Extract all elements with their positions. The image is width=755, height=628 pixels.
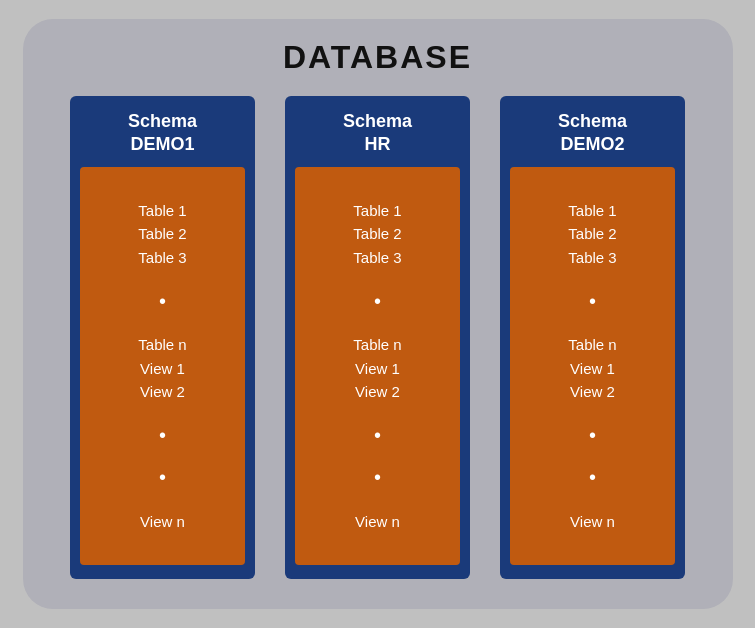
schema-hr-dot2: •	[374, 425, 381, 445]
schema-demo2-header: Schema DEMO2	[558, 110, 627, 155]
schema-hr-dot1: •	[374, 291, 381, 311]
schema-demo1-table1: Table 1	[138, 199, 186, 222]
schema-demo1-viewn: View n	[140, 510, 185, 533]
schema-demo1-dot3: •	[159, 467, 166, 487]
schema-demo2-table2: Table 2	[568, 222, 616, 245]
schema-hr-viewn-group: View n	[355, 510, 400, 533]
schema-hr-dot3: •	[374, 467, 381, 487]
schema-demo2-viewn: View n	[570, 510, 615, 533]
schema-hr-header: Schema HR	[343, 110, 412, 155]
schema-demo2-view2: View 2	[570, 380, 615, 403]
schema-demo2-view1: View 1	[570, 357, 615, 380]
schema-demo1-dot1: •	[159, 291, 166, 311]
schema-hr-table1: Table 1	[353, 199, 401, 222]
schema-demo2-dot2: •	[589, 425, 596, 445]
schema-demo2: Schema DEMO2 Table 1 Table 2 Table 3 • T…	[500, 96, 685, 579]
schema-hr-views: Table n View 1 View 2	[353, 333, 401, 403]
database-title: DATABASE	[283, 39, 472, 76]
database-container: DATABASE Schema DEMO1 Table 1 Table 2 Ta…	[23, 19, 733, 609]
schema-demo2-views: Table n View 1 View 2	[568, 333, 616, 403]
schema-demo2-tablen: Table n	[568, 333, 616, 356]
schema-demo2-dot1: •	[589, 291, 596, 311]
schema-demo1-views: Table n View 1 View 2	[138, 333, 186, 403]
schema-hr-content: Table 1 Table 2 Table 3 • Table n View 1…	[295, 167, 460, 565]
schema-hr-table2: Table 2	[353, 222, 401, 245]
schema-demo1-content: Table 1 Table 2 Table 3 • Table n View 1…	[80, 167, 245, 565]
schema-demo1-table2: Table 2	[138, 222, 186, 245]
schema-demo2-dot3: •	[589, 467, 596, 487]
schema-demo1-tablen: Table n	[138, 333, 186, 356]
schemas-row: Schema DEMO1 Table 1 Table 2 Table 3 • T…	[70, 96, 685, 579]
schema-hr-view1: View 1	[355, 357, 400, 380]
schema-demo1-header: Schema DEMO1	[128, 110, 197, 155]
schema-hr-tablen: Table n	[353, 333, 401, 356]
schema-hr-tables: Table 1 Table 2 Table 3	[353, 199, 401, 269]
schema-demo1-dot2: •	[159, 425, 166, 445]
schema-demo1-table3: Table 3	[138, 246, 186, 269]
schema-hr-view2: View 2	[355, 380, 400, 403]
schema-demo2-content: Table 1 Table 2 Table 3 • Table n View 1…	[510, 167, 675, 565]
schema-demo1: Schema DEMO1 Table 1 Table 2 Table 3 • T…	[70, 96, 255, 579]
schema-hr-table3: Table 3	[353, 246, 401, 269]
schema-demo2-table3: Table 3	[568, 246, 616, 269]
schema-demo1-viewn-group: View n	[140, 510, 185, 533]
schema-demo2-tables: Table 1 Table 2 Table 3	[568, 199, 616, 269]
schema-demo2-viewn-group: View n	[570, 510, 615, 533]
schema-demo1-view1: View 1	[140, 357, 185, 380]
schema-demo2-table1: Table 1	[568, 199, 616, 222]
schema-demo1-view2: View 2	[140, 380, 185, 403]
schema-hr: Schema HR Table 1 Table 2 Table 3 • Tabl…	[285, 96, 470, 579]
schema-demo1-tables: Table 1 Table 2 Table 3	[138, 199, 186, 269]
schema-hr-viewn: View n	[355, 510, 400, 533]
